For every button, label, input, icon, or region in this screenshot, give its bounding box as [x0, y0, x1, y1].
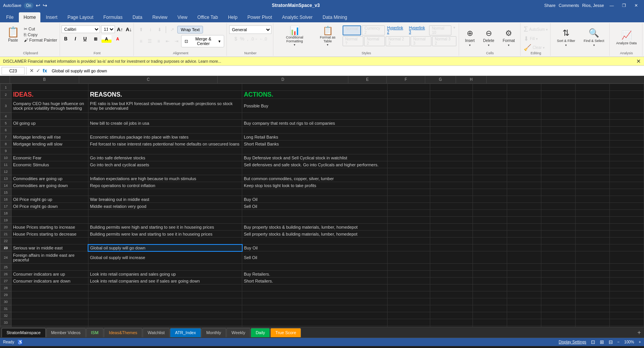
tab-power-pivot[interactable]: Power Pivot: [243, 12, 277, 22]
style-normal32[interactable]: Normal 3 2: [432, 36, 456, 46]
align-bottom-button[interactable]: ⬇: [155, 25, 164, 34]
spreadsheet-scroll[interactable]: 1: [0, 84, 644, 327]
confirm-formula-icon[interactable]: ✓: [36, 68, 40, 74]
clear-button[interactable]: 🧹 Clear ▾: [524, 44, 545, 51]
sheet-tab-ideas-themes[interactable]: Ideas&Themes: [104, 328, 142, 337]
sheet-tab-weekly[interactable]: Weekly: [226, 328, 250, 337]
merge-center-button[interactable]: ⊡Merge & Center▾: [181, 35, 224, 47]
tab-help[interactable]: Help: [223, 12, 242, 22]
wrap-text-button[interactable]: Wrap Text: [177, 26, 203, 33]
style-normal3[interactable]: Normal 3: [411, 36, 431, 46]
tab-data-mining[interactable]: Data Mining: [318, 12, 352, 22]
sheet-tab-stratonmainspace[interactable]: StratonMainspace: [2, 328, 46, 337]
zoom-in-button[interactable]: +: [639, 340, 641, 344]
style-hyperlink3[interactable]: Hyperlink 3: [408, 25, 429, 35]
comma-button[interactable]: ,: [246, 35, 250, 42]
style-normal2[interactable]: Normal 2: [364, 36, 385, 46]
col-header-c[interactable]: C: [79, 76, 218, 83]
zoom-out-button[interactable]: −: [617, 340, 620, 344]
cell-reference-input[interactable]: [2, 67, 25, 75]
tab-review[interactable]: Review: [148, 12, 172, 22]
bold-button[interactable]: B: [62, 35, 70, 43]
style-hyperlink2[interactable]: Hyperlink 2: [386, 25, 407, 35]
col-header-g[interactable]: G: [425, 76, 456, 83]
italic-button[interactable]: I: [71, 35, 80, 43]
insert-button[interactable]: ⊕ Insert ▾: [462, 27, 478, 48]
display-settings-link[interactable]: Display Settings: [559, 340, 586, 344]
col-header-b[interactable]: B: [10, 76, 79, 83]
col-header-d[interactable]: D: [218, 76, 348, 83]
add-sheet-button[interactable]: +: [634, 329, 644, 336]
tab-page-layout[interactable]: Page Layout: [63, 12, 98, 22]
conditional-formatting-button[interactable]: 📊 Conditional Formatting ▾: [276, 25, 313, 47]
font-color-button[interactable]: A: [113, 35, 123, 43]
accounting-format-button[interactable]: $: [234, 35, 238, 42]
restore-button[interactable]: ❐: [619, 1, 629, 10]
close-button[interactable]: ✕: [632, 1, 641, 10]
cut-button[interactable]: ✂Cut: [24, 27, 57, 32]
number-format-select[interactable]: General: [229, 25, 271, 34]
col-header-f[interactable]: F: [387, 76, 425, 83]
style-normal22[interactable]: Normal 2 2: [386, 36, 409, 46]
delete-button[interactable]: ⊖ Delete ▾: [480, 27, 498, 48]
formula-input[interactable]: [50, 67, 642, 75]
find-select-button[interactable]: 🔍 Find & Select ▾: [581, 27, 607, 48]
border-button[interactable]: ⊞: [90, 35, 100, 43]
format-as-table-button[interactable]: 📋 Format as Table ▾: [314, 25, 341, 47]
font-family-select[interactable]: Calibri: [62, 25, 100, 33]
copy-button[interactable]: ⎘Copy: [24, 32, 57, 37]
tab-file[interactable]: File: [2, 12, 18, 22]
sheet-tab-true-score[interactable]: True Score: [270, 328, 301, 337]
align-center-button[interactable]: ☰: [146, 37, 154, 45]
col-header-h[interactable]: H: [456, 76, 487, 83]
tab-data[interactable]: Data: [128, 12, 147, 22]
align-middle-button[interactable]: ↕: [146, 25, 155, 34]
tab-analytic-solver[interactable]: Analytic Solver: [278, 12, 317, 22]
comments-button[interactable]: Comments: [559, 3, 579, 8]
increase-decimal-button[interactable]: .0→: [250, 37, 258, 41]
font-increase-button[interactable]: A↑: [116, 25, 124, 33]
sheet-tab-member-videos[interactable]: Member Videos: [46, 328, 86, 337]
disclaimer-close-button[interactable]: ✕: [636, 58, 641, 64]
style-normal10[interactable]: Normal 10: [429, 25, 451, 35]
page-break-view-button[interactable]: ⊟: [609, 339, 613, 345]
redo-icon[interactable]: ↪: [43, 2, 47, 8]
undo-icon[interactable]: ↩: [36, 2, 40, 8]
normal-view-button[interactable]: ⊡: [591, 339, 595, 345]
tab-formulas[interactable]: Formulas: [99, 12, 127, 22]
share-button[interactable]: Share: [544, 3, 556, 8]
sheet-tab-monthly[interactable]: Monthly: [201, 328, 226, 337]
sheet-tab-ism[interactable]: ISM: [86, 328, 104, 337]
format-painter-button[interactable]: 🖌Format Painter: [24, 38, 57, 42]
autosum-button[interactable]: Σ AutoSum ▾: [524, 25, 548, 33]
analyze-data-button[interactable]: 📈 Analyze Data: [613, 29, 640, 46]
page-layout-view-button[interactable]: ⊞: [600, 339, 604, 345]
sheet-tab-watchlist[interactable]: Watchlist: [143, 328, 170, 337]
cancel-formula-icon[interactable]: ✕: [30, 68, 34, 74]
paste-button[interactable]: 📋 Paste: [4, 25, 22, 43]
decrease-decimal-button[interactable]: ←.0: [259, 37, 267, 41]
align-left-button[interactable]: ≡: [137, 37, 145, 45]
col-header-e[interactable]: E: [348, 76, 387, 83]
fill-color-button[interactable]: A: [102, 35, 111, 43]
increase-indent-button[interactable]: ⇥: [172, 37, 180, 45]
format-button[interactable]: ⚙ Format ▾: [499, 27, 518, 48]
tab-home[interactable]: Home: [19, 12, 40, 22]
minimize-button[interactable]: —: [607, 1, 616, 10]
tab-office-tab[interactable]: Office Tab: [193, 12, 223, 22]
sheet-tab-daily[interactable]: Daily: [251, 328, 270, 337]
align-right-button[interactable]: ≡: [155, 37, 163, 45]
underline-button[interactable]: U: [81, 35, 89, 43]
fill-button[interactable]: ⬇ Fill ▾: [524, 35, 538, 42]
style-normal[interactable]: Normal: [343, 25, 361, 35]
style-currency2[interactable]: Currency 2: [362, 25, 385, 35]
styles-expand-button[interactable]: ▾: [452, 25, 456, 35]
percent-button[interactable]: %: [239, 35, 245, 42]
sheet-tab-atr-index[interactable]: ATR_Index: [170, 328, 201, 337]
sort-filter-button[interactable]: ⇅ Sort & Filter ▾: [554, 27, 578, 48]
decrease-indent-button[interactable]: ⇤: [163, 37, 171, 45]
align-top-button[interactable]: ⬆: [137, 25, 145, 34]
style-normal-q[interactable]: Normal ?: [343, 36, 363, 46]
autosave-toggle[interactable]: On: [24, 3, 33, 8]
font-decrease-button[interactable]: A↓: [125, 25, 133, 33]
